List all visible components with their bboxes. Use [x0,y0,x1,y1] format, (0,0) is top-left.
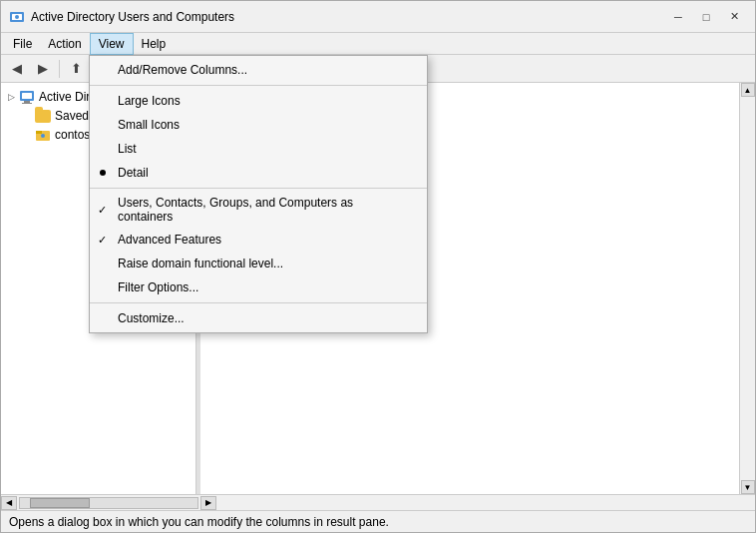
menu-help[interactable]: Help [134,33,175,55]
menu-list[interactable]: List [90,137,427,161]
menu-small-icons[interactable]: Small Icons [90,113,427,137]
menu-users-contacts[interactable]: ✓ Users, Contacts, Groups, and Computers… [90,192,427,228]
separator-2 [90,188,427,189]
menu-view[interactable]: View [90,33,134,55]
menu-filter-options[interactable]: Filter Options... [90,275,427,299]
svg-rect-12 [36,131,42,134]
folder-icon-saved [35,110,51,123]
toolbar-separator-1 [59,60,60,78]
computer-icon [19,89,35,105]
users-contacts-label: Users, Contacts, Groups, and Computers a… [118,196,403,224]
close-button[interactable]: ✕ [721,6,747,28]
minimize-button[interactable]: ─ [665,6,691,28]
scroll-up-button[interactable]: ▲ [741,83,755,97]
separator-3 [90,302,427,303]
menu-advanced-features[interactable]: ✓ Advanced Features [90,228,427,252]
back-button[interactable]: ◀ [5,58,29,80]
view-dropdown: Add/Remove Columns... Large Icons Small … [89,55,428,333]
detail-radio-icon [100,170,106,176]
advanced-features-check-icon: ✓ [98,234,107,247]
vertical-scrollbar[interactable]: ▲ ▼ [739,83,755,494]
menu-detail[interactable]: Detail [90,161,427,185]
menu-action[interactable]: Action [40,33,89,55]
scroll-track-vertical [741,97,755,480]
menu-add-remove-columns[interactable]: Add/Remove Columns... [90,58,427,82]
expand-icon-0: ▷ [5,91,17,103]
add-remove-columns-label: Add/Remove Columns... [118,63,247,77]
menu-raise-domain[interactable]: Raise domain functional level... [90,252,427,275]
status-text: Opens a dialog box in which you can modi… [9,515,389,529]
horizontal-scroll-thumb[interactable] [30,498,90,508]
svg-rect-8 [22,93,32,99]
domain-icon [35,127,51,143]
window-icon [9,9,25,25]
svg-point-13 [41,134,45,138]
window-title: Active Directory Users and Computers [31,10,665,24]
horizontal-scroll-track[interactable] [19,497,198,509]
customize-label: Customize... [118,311,185,325]
scroll-down-button[interactable]: ▼ [741,480,755,494]
advanced-features-label: Advanced Features [118,233,221,247]
svg-rect-9 [24,101,30,103]
window-controls: ─ □ ✕ [665,6,747,28]
menu-file[interactable]: File [5,33,40,55]
main-window: Active Directory Users and Computers ─ □… [0,0,756,533]
svg-rect-10 [22,103,32,104]
separator-1 [90,85,427,86]
list-label: List [118,142,137,156]
menu-customize[interactable]: Customize... [90,306,427,330]
expand-icon-2 [21,129,33,141]
raise-domain-label: Raise domain functional level... [118,257,283,270]
filter-options-label: Filter Options... [118,280,198,294]
horizontal-scroll-area: ◀ ▶ [1,494,755,510]
status-bar: Opens a dialog box in which you can modi… [1,510,755,532]
svg-point-2 [15,15,19,19]
maximize-button[interactable]: □ [693,6,719,28]
large-icons-label: Large Icons [118,94,181,108]
users-contacts-check-icon: ✓ [98,204,107,217]
menu-bar: File Action View Help [1,33,755,55]
forward-button[interactable]: ▶ [31,58,55,80]
scroll-right-button[interactable]: ▶ [200,496,216,510]
detail-label: Detail [118,166,149,180]
up-button[interactable]: ⬆ [64,58,88,80]
scroll-left-button[interactable]: ◀ [1,496,17,510]
menu-large-icons[interactable]: Large Icons [90,89,427,113]
title-bar: Active Directory Users and Computers ─ □… [1,1,755,33]
expand-icon-1 [21,110,33,122]
small-icons-label: Small Icons [118,118,180,132]
